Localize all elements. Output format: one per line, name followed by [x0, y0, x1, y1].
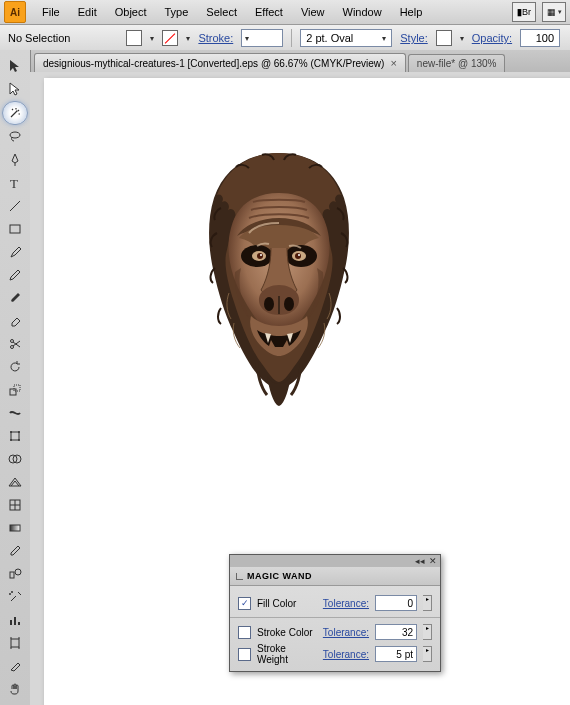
panel-title[interactable]: MAGIC WAND: [230, 567, 440, 586]
menu-window[interactable]: Window: [335, 3, 390, 21]
tolerance-input[interactable]: 5 pt: [375, 646, 417, 662]
menu-help[interactable]: Help: [392, 3, 431, 21]
tolerance-label: Tolerance:: [323, 649, 369, 660]
stepper[interactable]: ▸: [423, 646, 432, 662]
shape-builder-tool[interactable]: [3, 448, 27, 470]
artboard[interactable]: ◂◂ ✕ MAGIC WAND ✓ Fill Color Tolerance: …: [44, 78, 570, 705]
direct-selection-tool[interactable]: [3, 78, 27, 100]
chevron-down-icon[interactable]: ▾: [186, 34, 190, 43]
svg-text:T: T: [10, 176, 18, 191]
tools-panel: T: [0, 50, 31, 705]
stepper[interactable]: ▸: [423, 624, 432, 640]
panel-collapse-icon[interactable]: ◂◂: [415, 556, 425, 566]
canvas-area[interactable]: ◂◂ ✕ MAGIC WAND ✓ Fill Color Tolerance: …: [30, 72, 570, 705]
panel-close-icon[interactable]: ✕: [429, 556, 437, 566]
chevron-down-icon: ▾: [558, 8, 562, 16]
gradient-tool[interactable]: [3, 517, 27, 539]
row-label: Fill Color: [257, 598, 317, 609]
width-tool[interactable]: [3, 402, 27, 424]
free-transform-tool[interactable]: [3, 425, 27, 447]
svg-rect-23: [14, 617, 16, 625]
row-label: Stroke Color: [257, 627, 317, 638]
column-graph-tool[interactable]: [3, 609, 27, 631]
symbol-sprayer-tool[interactable]: [3, 586, 27, 608]
svg-point-20: [9, 593, 11, 595]
svg-point-37: [284, 297, 294, 311]
scissors-tool[interactable]: [3, 333, 27, 355]
svg-rect-24: [18, 622, 20, 625]
brush-definition-field[interactable]: 2 pt. Oval▾: [300, 29, 392, 47]
magic-wand-tool[interactable]: [2, 101, 28, 125]
svg-line-3: [10, 201, 20, 211]
panel-row-stroke-weight: Stroke Weight Tolerance: 5 pt ▸: [238, 643, 432, 665]
tab-active[interactable]: designious-mythical-creatures-1 [Convert…: [34, 53, 406, 72]
opacity-field[interactable]: [520, 29, 560, 47]
slice-tool[interactable]: [3, 655, 27, 677]
stroke-weight-checkbox[interactable]: [238, 648, 251, 661]
svg-rect-9: [11, 432, 19, 440]
blob-brush-tool[interactable]: [3, 287, 27, 309]
svg-rect-8: [14, 385, 20, 391]
opacity-input[interactable]: [524, 31, 556, 45]
close-icon[interactable]: ×: [390, 57, 396, 69]
grid-icon: ▦: [547, 7, 556, 17]
bridge-button[interactable]: ▮Br: [512, 2, 536, 22]
menu-select[interactable]: Select: [198, 3, 245, 21]
style-swatch[interactable]: [436, 30, 452, 46]
rectangle-tool[interactable]: [3, 218, 27, 240]
style-label[interactable]: Style:: [400, 32, 428, 44]
svg-rect-4: [10, 225, 20, 233]
eyedropper-tool[interactable]: [3, 540, 27, 562]
hand-tool[interactable]: [3, 678, 27, 700]
rotate-tool[interactable]: [3, 356, 27, 378]
menubar: Ai File Edit Object Type Select Effect V…: [0, 0, 570, 25]
scale-tool[interactable]: [3, 379, 27, 401]
pencil-tool[interactable]: [3, 264, 27, 286]
mesh-tool[interactable]: [3, 494, 27, 516]
tolerance-input[interactable]: 0: [375, 595, 417, 611]
tab-inactive[interactable]: new-file* @ 130%: [408, 54, 506, 72]
svg-point-19: [15, 569, 21, 575]
menu-type[interactable]: Type: [157, 3, 197, 21]
line-tool[interactable]: [3, 195, 27, 217]
magic-wand-panel: ◂◂ ✕ MAGIC WAND ✓ Fill Color Tolerance: …: [229, 554, 441, 672]
svg-rect-25: [11, 639, 19, 647]
tolerance-input[interactable]: 32: [375, 624, 417, 640]
lasso-tool[interactable]: [3, 126, 27, 148]
paintbrush-tool[interactable]: [3, 241, 27, 263]
pen-tool[interactable]: [3, 149, 27, 171]
svg-point-34: [260, 254, 262, 256]
artboard-tool[interactable]: [3, 632, 27, 654]
menu-object[interactable]: Object: [107, 3, 155, 21]
arrange-documents-button[interactable]: ▦▾: [542, 2, 566, 22]
menu-effect[interactable]: Effect: [247, 3, 291, 21]
fill-swatch[interactable]: [126, 30, 142, 46]
eraser-tool[interactable]: [3, 310, 27, 332]
stroke-color-checkbox[interactable]: [238, 626, 251, 639]
panel-row-fill-color: ✓ Fill Color Tolerance: 0 ▸: [238, 592, 432, 614]
menu-view[interactable]: View: [293, 3, 333, 21]
stepper[interactable]: ▸: [423, 595, 432, 611]
opacity-label[interactable]: Opacity:: [472, 32, 512, 44]
stroke-label[interactable]: Stroke:: [198, 32, 233, 44]
blend-tool[interactable]: [3, 563, 27, 585]
chevron-down-icon[interactable]: ▾: [460, 34, 464, 43]
svg-point-33: [295, 253, 301, 259]
svg-point-36: [264, 297, 274, 311]
svg-rect-7: [10, 389, 16, 395]
tolerance-label: Tolerance:: [323, 627, 369, 638]
perspective-grid-tool[interactable]: [3, 471, 27, 493]
menu-edit[interactable]: Edit: [70, 3, 105, 21]
selection-tool[interactable]: [3, 55, 27, 77]
stroke-swatch[interactable]: [162, 30, 178, 46]
tab-label: designious-mythical-creatures-1 [Convert…: [43, 58, 384, 69]
stroke-weight-field[interactable]: ▾: [241, 29, 283, 47]
zoom-tool[interactable]: [3, 701, 27, 705]
chevron-down-icon[interactable]: ▾: [150, 34, 154, 43]
type-tool[interactable]: T: [3, 172, 27, 194]
svg-rect-22: [10, 620, 12, 625]
menu-file[interactable]: File: [34, 3, 68, 21]
fill-color-checkbox[interactable]: ✓: [238, 597, 251, 610]
selection-status: No Selection: [8, 32, 70, 44]
artwork-creature-head[interactable]: [179, 138, 379, 438]
